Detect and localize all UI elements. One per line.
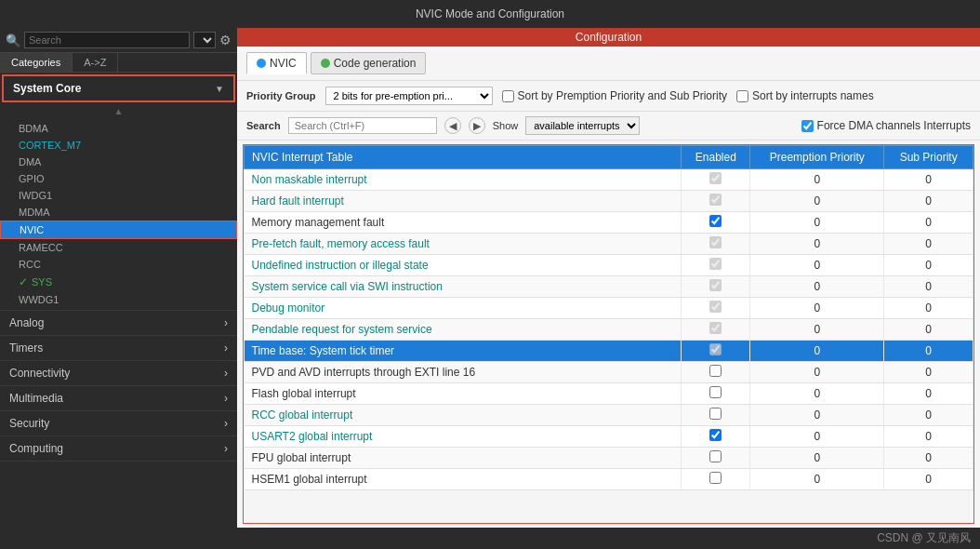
chevron-right-icon: ›	[224, 442, 228, 455]
interrupt-enabled[interactable]	[682, 362, 750, 383]
sidebar-category-computing[interactable]: Computing ›	[0, 436, 237, 462]
enabled-checkbox[interactable]	[709, 408, 722, 420]
interrupt-name: Time base: System tick timer	[245, 341, 682, 362]
enabled-checkbox[interactable]	[709, 322, 722, 334]
sidebar-item-bdma[interactable]: BDMA	[0, 120, 237, 137]
gear-icon[interactable]: ⚙	[219, 33, 232, 47]
sub-priority: 0	[884, 298, 973, 319]
sidebar-item-mdma[interactable]: MDMA	[0, 204, 237, 221]
sidebar-item-gpio[interactable]: GPIO	[0, 170, 237, 187]
interrupt-enabled[interactable]	[682, 319, 750, 341]
interrupt-name: System service call via SWI instruction	[245, 276, 682, 298]
interrupt-name: Pre-fetch fault, memory access fault	[245, 234, 682, 255]
interrupt-enabled[interactable]	[682, 405, 750, 426]
sidebar-item-wwdg1[interactable]: WWDG1	[0, 291, 237, 308]
enabled-checkbox[interactable]	[709, 172, 722, 184]
search-row-label: Search	[246, 120, 281, 131]
search-row: Search ◀ ▶ Show available interrupts all…	[237, 112, 980, 141]
sub-priority: 0	[884, 469, 973, 490]
chevron-right-icon: ›	[224, 341, 228, 355]
sidebar-category-analog[interactable]: Analog ›	[0, 311, 237, 336]
nvic-table: NVIC Interrupt Table Enabled Preemption …	[243, 144, 974, 524]
enabled-checkbox[interactable]	[709, 194, 722, 206]
sub-priority: 0	[884, 276, 973, 298]
interrupt-enabled[interactable]	[682, 255, 750, 276]
tab-code-generation[interactable]: Code generation	[311, 52, 427, 74]
enabled-checkbox[interactable]	[709, 215, 722, 227]
config-tabs: NVIC Code generation	[237, 47, 980, 81]
enabled-checkbox[interactable]	[709, 365, 722, 377]
codegen-tab-label: Code generation	[334, 57, 417, 70]
nvic-tab-label: NVIC	[270, 57, 297, 70]
computing-label: Computing	[9, 442, 63, 455]
chevron-right-icon: ›	[224, 417, 228, 430]
sort-names-checkbox[interactable]	[736, 90, 748, 102]
sidebar-tabs: Categories A->Z	[0, 53, 237, 73]
interrupt-enabled[interactable]	[682, 276, 750, 298]
sidebar-item-dma[interactable]: DMA	[0, 154, 237, 170]
sidebar-search-input[interactable]	[24, 32, 190, 48]
bottom-bar: CSDN @ 又见南风	[237, 528, 980, 549]
preemption-priority: 0	[750, 405, 884, 426]
system-core-header[interactable]: System Core ▼	[2, 74, 235, 102]
sidebar-item-cortex[interactable]: CORTEX_M7	[0, 137, 237, 154]
table-row: Hard fault interrupt00	[245, 191, 973, 212]
sidebar-item-sys[interactable]: ✓ SYS	[0, 273, 237, 291]
search-prev-button[interactable]: ◀	[444, 117, 461, 134]
table-row: Time base: System tick timer00	[245, 341, 973, 362]
interrupt-enabled[interactable]	[682, 298, 750, 319]
enabled-checkbox[interactable]	[709, 301, 722, 313]
sidebar-search-select[interactable]	[193, 32, 216, 48]
priority-group-select[interactable]: 2 bits for pre-emption pri... 4 bits for…	[325, 87, 493, 105]
tab-categories[interactable]: Categories	[0, 53, 73, 72]
timers-label: Timers	[9, 341, 43, 355]
chevron-down-icon: ▼	[215, 84, 224, 94]
interrupt-enabled[interactable]	[682, 341, 750, 362]
sidebar-item-rcc[interactable]: RCC	[0, 256, 237, 273]
sidebar: 🔍 ⚙ Categories A->Z System Core ▼ ▲ BDM	[0, 28, 237, 549]
interrupt-name: RCC global interrupt	[245, 405, 682, 426]
enabled-checkbox[interactable]	[709, 236, 722, 248]
enabled-checkbox[interactable]	[709, 472, 722, 484]
sub-priority: 0	[884, 383, 973, 405]
table-row: RCC global interrupt00	[245, 405, 973, 426]
interrupt-enabled[interactable]	[682, 469, 750, 490]
sidebar-item-iwdg1[interactable]: IWDG1	[0, 187, 237, 204]
priority-group-label: Priority Group	[246, 90, 316, 101]
nvic-search-input[interactable]	[288, 117, 437, 134]
main-layout: 🔍 ⚙ Categories A->Z System Core ▼ ▲ BDM	[0, 28, 980, 549]
interrupt-enabled[interactable]	[682, 169, 750, 191]
interrupt-enabled[interactable]	[682, 234, 750, 255]
sub-priority: 0	[884, 255, 973, 276]
interrupt-enabled[interactable]	[682, 383, 750, 405]
watermark: CSDN @ 又见南风	[877, 531, 971, 544]
enabled-checkbox[interactable]	[709, 343, 722, 355]
interrupt-enabled[interactable]	[682, 191, 750, 212]
show-select[interactable]: available interrupts all interrupts	[525, 116, 640, 135]
tab-nvic[interactable]: NVIC	[246, 52, 307, 74]
search-next-button[interactable]: ▶	[469, 117, 485, 134]
interrupt-enabled[interactable]	[682, 426, 750, 448]
enabled-checkbox[interactable]	[709, 258, 722, 270]
force-dma-checkbox[interactable]	[801, 120, 814, 132]
enabled-checkbox[interactable]	[709, 386, 722, 398]
show-label: Show	[493, 120, 519, 131]
enabled-checkbox[interactable]	[709, 279, 722, 291]
enabled-checkbox[interactable]	[709, 429, 722, 441]
interrupt-enabled[interactable]	[682, 448, 750, 469]
chevron-right-icon: ›	[224, 367, 228, 380]
sidebar-category-security[interactable]: Security ›	[0, 411, 237, 436]
sub-priority: 0	[884, 191, 973, 212]
sort-premption-checkbox[interactable]	[502, 90, 514, 102]
sidebar-category-multimedia[interactable]: Multimedia ›	[0, 386, 237, 411]
enabled-checkbox[interactable]	[709, 450, 722, 462]
tab-a-to-z[interactable]: A->Z	[73, 53, 118, 72]
preemption-priority: 0	[750, 298, 884, 319]
sidebar-category-timers[interactable]: Timers ›	[0, 336, 237, 361]
sidebar-category-connectivity[interactable]: Connectivity ›	[0, 361, 237, 386]
sidebar-item-ramecc[interactable]: RAMECC	[0, 239, 237, 256]
preemption-priority: 0	[750, 212, 884, 234]
sidebar-item-nvic[interactable]: NVIC	[0, 221, 237, 239]
interrupt-enabled[interactable]	[682, 212, 750, 234]
sub-priority: 0	[884, 234, 973, 255]
